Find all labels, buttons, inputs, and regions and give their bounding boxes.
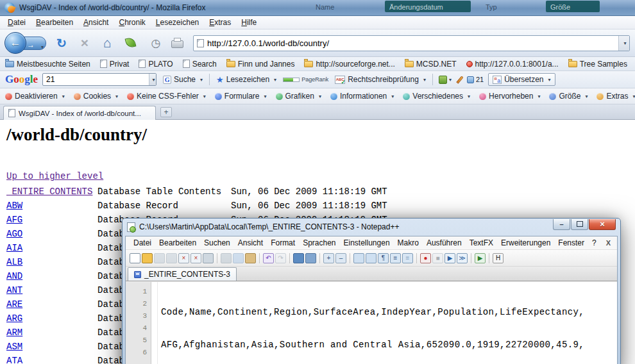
entry-link[interactable]: ATA [6, 356, 22, 364]
undo-icon[interactable]: ↶ [263, 253, 274, 263]
entry-link[interactable]: ASM [6, 342, 22, 352]
pagerank-indicator[interactable]: PageRank [283, 76, 328, 83]
word-wrap-icon[interactable]: ¶ [378, 253, 389, 263]
npp-menu-textfx[interactable]: TextFX [466, 237, 497, 249]
npp-menu-ansicht[interactable]: Ansicht [234, 237, 267, 249]
google-search-box[interactable] [42, 73, 157, 86]
history-clock-icon[interactable] [148, 35, 164, 51]
notepad-titlebar[interactable]: C:\Users\Martin\AppData\Local\Temp\_ENTI… [123, 219, 620, 235]
bookmark-finn-und-jannes[interactable]: Finn und Jannes [226, 60, 295, 69]
back-button[interactable] [4, 32, 26, 54]
entry-link[interactable]: _ENTIRE_CONTENTS [6, 186, 92, 197]
search-term-button[interactable]: 21 [467, 76, 484, 83]
autofill-button[interactable] [437, 74, 453, 85]
translate-button[interactable]: Übersetzen [488, 73, 555, 86]
bookmark-localhost-8001[interactable]: http://127.0.0.1:8001/a... [466, 60, 559, 69]
zoom-out-icon[interactable]: – [335, 253, 346, 263]
google-bookmarks-button[interactable]: Lesezeichen [214, 74, 278, 86]
npp-menu-ausfuehren[interactable]: Ausführen [423, 237, 466, 249]
sync-vertical-icon[interactable] [353, 253, 364, 263]
addon-leaf-icon[interactable] [125, 37, 137, 49]
google-search-input[interactable] [43, 75, 149, 84]
up-to-higher-level-link[interactable]: Up to higher level [6, 171, 103, 181]
npp-menu-help[interactable]: ? [588, 237, 600, 249]
bookmark-sourceforge[interactable]: http://sourceforge.net... [304, 60, 394, 69]
highlighter-button[interactable] [457, 74, 462, 85]
stop-macro-icon[interactable]: ■ [432, 253, 443, 263]
npp-menu-datei[interactable]: Datei [130, 237, 155, 249]
forward-dropdown-icon[interactable] [39, 41, 44, 53]
webdev-cookies[interactable]: Cookies [74, 92, 118, 101]
entry-link[interactable]: AGO [6, 229, 22, 239]
npp-menu-bearbeiten[interactable]: Bearbeiten [155, 237, 200, 249]
cut-icon[interactable] [221, 253, 232, 263]
print-icon[interactable] [203, 253, 214, 263]
url-input[interactable] [204, 36, 618, 51]
webdev-extras[interactable]: Extras [597, 92, 635, 101]
firefox-titlebar[interactable]: WsgiDAV - Index of /world-db/country/ - … [0, 0, 635, 16]
new-file-icon[interactable] [130, 253, 140, 263]
minimize-button[interactable] [553, 219, 570, 230]
npp-menu-erweiterungen[interactable]: Erweiterungen [497, 237, 554, 249]
entry-link[interactable]: AFG [6, 215, 22, 225]
webdev-verschiedenes[interactable]: Verschiedenes [403, 92, 470, 101]
run-macro-multiple-icon[interactable]: ≫ [457, 253, 468, 263]
save-icon[interactable] [154, 253, 165, 263]
sync-horizontal-icon[interactable] [366, 253, 377, 263]
google-search-dropdown[interactable] [149, 74, 156, 85]
close-all-files-icon[interactable]: × [190, 253, 201, 263]
url-bar[interactable] [193, 35, 630, 51]
entry-link[interactable]: ALB [6, 257, 22, 267]
stop-button[interactable] [77, 35, 92, 51]
maximize-button[interactable] [571, 219, 588, 230]
webdev-hervorheben[interactable]: Hervorheben [479, 92, 540, 101]
entry-link[interactable]: ANT [6, 285, 22, 295]
save-all-icon[interactable] [166, 253, 177, 263]
npp-menu-makro[interactable]: Makro [394, 237, 423, 249]
menu-chronik[interactable]: Chronik [114, 17, 150, 28]
new-tab-button[interactable]: + [160, 107, 172, 117]
webdev-informationen[interactable]: Informationen [330, 92, 394, 101]
notepad-tab[interactable]: _ENTIRE_CONTENTS-3 [128, 267, 237, 281]
webdev-groesse[interactable]: Größe [549, 92, 588, 101]
show-all-characters-icon[interactable]: ≡ [390, 253, 401, 263]
bookmark-tree-samples[interactable]: Tree Samples [568, 60, 627, 69]
entry-link[interactable]: ARE [6, 299, 22, 310]
entry-link[interactable]: AIA [6, 243, 22, 253]
entry-link[interactable]: ABW [6, 201, 22, 211]
webdev-grafiken[interactable]: Grafiken [276, 92, 321, 101]
bookmark-privat[interactable]: Privat [100, 60, 130, 69]
menu-lesezeichen[interactable]: Lesezeichen [151, 17, 204, 28]
menu-ansicht[interactable]: Ansicht [78, 17, 114, 28]
menu-extras[interactable]: Extras [204, 17, 236, 28]
webdev-formulare[interactable]: Formulare [215, 92, 267, 101]
bookmark-mcsd-net[interactable]: MCSD.NET [405, 60, 457, 69]
webdev-deaktivieren[interactable]: Deaktivieren [5, 92, 65, 101]
print-button[interactable] [171, 40, 183, 48]
open-folder-icon[interactable] [142, 253, 153, 263]
npp-menu-einstellungen[interactable]: Einstellungen [340, 237, 394, 249]
find-replace-icon[interactable] [305, 253, 316, 263]
npp-menu-format[interactable]: Format [267, 237, 299, 249]
run-icon[interactable]: ▶ [475, 253, 486, 263]
record-macro-icon[interactable]: ● [420, 253, 431, 263]
copy-icon[interactable] [233, 253, 244, 263]
code-area[interactable]: Code,Name,Continent,Region,SurfaceArea,I… [158, 282, 617, 364]
paste-icon[interactable] [245, 253, 256, 263]
browser-tab[interactable]: WsgiDAV - Index of /world-db/count... [3, 106, 156, 120]
npp-menu-fenster[interactable]: Fenster [554, 237, 588, 249]
zoom-in-icon[interactable]: + [323, 253, 334, 263]
entry-link[interactable]: ARG [6, 313, 22, 324]
npp-menu-sprachen[interactable]: Sprachen [299, 237, 339, 249]
play-macro-icon[interactable]: ▶ [444, 253, 455, 263]
menu-hilfe[interactable]: Hilfe [236, 17, 262, 28]
html-preview-icon[interactable]: H [493, 253, 504, 263]
bookmark-plato[interactable]: PLATO [139, 60, 173, 69]
menu-bearbeiten[interactable]: Bearbeiten [31, 17, 78, 28]
notepad-editor[interactable]: 1 2 3 4 5 6 Code,Name,Continent,Region,S… [126, 282, 617, 364]
entry-link[interactable]: AND [6, 271, 22, 281]
url-dropdown-button[interactable] [618, 36, 629, 51]
close-button[interactable] [589, 219, 616, 230]
entry-link[interactable]: ARM [6, 327, 22, 338]
menu-datei[interactable]: Datei [3, 17, 31, 28]
